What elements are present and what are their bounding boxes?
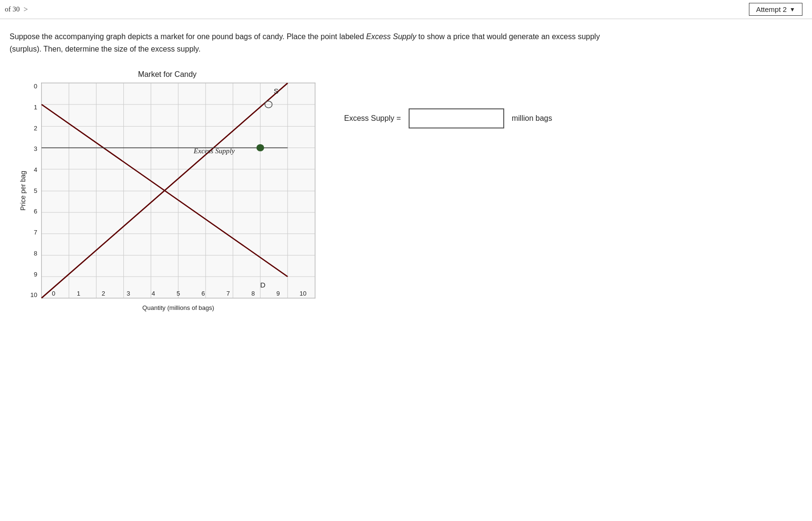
page-count: of 30 [5,5,20,13]
chart-inner: 10 9 8 7 6 5 4 3 2 1 0 [29,83,315,312]
paging-area: of 30 > [5,5,28,14]
chart-title: Market for Candy [19,70,315,79]
chart-area: Price per bag 10 9 8 7 6 5 4 3 2 [19,83,315,312]
y-axis-label: Price per bag [19,83,27,298]
plot-area: Excess Supply S D [41,83,315,298]
excess-supply-point[interactable] [257,145,264,151]
main-content: Suppose the accompanying graph depicts a… [0,19,812,323]
chart-container: Market for Candy Price per bag 10 9 8 7 … [19,70,315,312]
x-axis-label: Quantity (millions of bags) [41,303,315,312]
demand-label-text: D [260,282,266,289]
interactive-area: Market for Candy Price per bag 10 9 8 7 … [10,70,797,312]
attempt-badge: Attempt 2 ▼ [749,3,802,16]
top-bar: of 30 > Attempt 2 ▼ [0,0,812,19]
question-text: Suppose the accompanying graph depicts a… [10,31,631,55]
attempt-label: Attempt 2 [756,5,787,13]
question-italic: Excess Supply [366,32,416,41]
question-text-part1: Suppose the accompanying graph depicts a… [10,32,366,41]
excess-supply-prefix: Excess Supply = [344,114,401,123]
page: of 30 > Attempt 2 ▼ Suppose the accompan… [0,0,812,521]
supply-label-text: S [274,88,279,95]
answer-section: Excess Supply = million bags [344,108,552,128]
million-bags-label: million bags [512,114,552,123]
supply-line [42,83,288,298]
answer-input[interactable] [409,108,504,128]
excess-supply-label: Excess Supply [193,148,235,155]
x-ticks: 0 1 2 3 4 5 6 7 8 9 10 [41,290,315,298]
attempt-chevron-icon[interactable]: ▼ [790,6,795,13]
grid-lines-v [42,83,315,298]
y-ticks: 10 9 8 7 6 5 4 3 2 1 0 [29,83,39,298]
chart-svg: Excess Supply S D [42,83,315,298]
next-chevron-icon[interactable]: > [23,5,28,14]
